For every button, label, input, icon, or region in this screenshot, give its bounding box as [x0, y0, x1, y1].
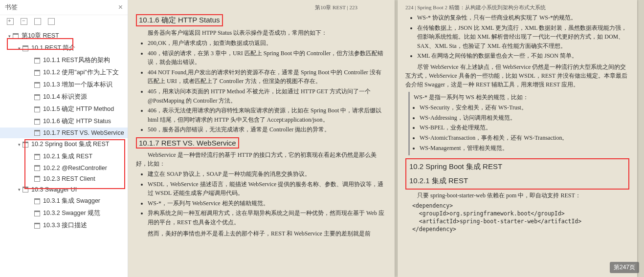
bookmark-item[interactable]: ▾第10章 REST — [0, 30, 128, 42]
expand-icon[interactable]: ▾ — [17, 46, 22, 51]
bookmark-label: 10.1 REST 简介 — [31, 44, 75, 52]
bookmark-item[interactable]: 10.1.1 REST风格的架构 — [0, 54, 128, 66]
bookmark-item[interactable]: 10.3.2 Swagger 规范 — [0, 207, 128, 219]
list-item: 在传输数据上，JSON 比 XML 更为流行，XML 数据封装，虽然数据表现能力… — [417, 23, 629, 51]
list-item: 404 NOT Found,用户发出的请求针对的资源不存在，通常是 Spring… — [148, 68, 387, 86]
list-item: WS-BPEL，业务处理规范。 — [420, 123, 625, 132]
bookmark-icon — [34, 82, 40, 88]
webservice-list: 建立在 SOAP 协议上，SOAP 是一种功能完备的消息交换协议。WSDL，We… — [148, 170, 387, 227]
bookmark-item[interactable]: 10.3.1 集成 Swagger — [0, 195, 128, 207]
note-title: WS-* 是指一系列与 WS 相关的规范，比如： — [414, 93, 625, 102]
bookmark-icon — [34, 107, 40, 112]
bookmark-tool-icon[interactable] — [34, 18, 41, 25]
bookmark-icon — [13, 33, 19, 39]
list-item: WSDL，WebService 描述语言，能描述 WebService 提供的服… — [148, 180, 387, 198]
bookmark-label: 10.3 Swagger UI — [31, 186, 77, 193]
bookmark-icon — [34, 94, 40, 100]
bookmark-icon — [34, 165, 40, 171]
list-item: WS-Security，安全相关，还有 WS-Trust。 — [420, 103, 625, 112]
bookmark-item[interactable]: 10.1.6 确定 HTTP Status — [0, 115, 128, 128]
bookmark-icon — [34, 58, 40, 64]
sidebar-title: 书签 — [5, 3, 18, 12]
bookmark-label: 10.3.1 集成 Swagger — [43, 197, 100, 205]
body-text: 只要 spring-boot-starter-web 依赖在 pom 中，即自动… — [405, 191, 629, 200]
page-header-right: 224 | Spring Boot 2 精髓：从构建小系统到架构分布式大系统 — [405, 4, 629, 11]
bookmark-label: 10.1.3 增加一个版本标识 — [43, 81, 112, 89]
bookmark-item[interactable]: 10.2.3 REST Client — [0, 173, 128, 184]
bookmark-icon — [34, 223, 40, 229]
bookmarks-sidebar: 书签 × ▾第10章 REST▾10.1 REST 简介10.1.1 REST风… — [0, 0, 128, 277]
list-item: 405，用来访问本页面的 HTTP Method 不被允许，比如通过 HTTP … — [148, 87, 387, 105]
bookmark-icon — [34, 70, 40, 76]
bookmark-label: 10.3.3 接口描述 — [43, 221, 87, 230]
bookmark-item[interactable]: 10.1.3 增加一个版本标识 — [0, 79, 128, 91]
list-item: 异构系统之间一种互相调用方式，这在早期异构系统之间是一种优势，然而现在基于 We… — [148, 209, 387, 227]
expand-icon[interactable]: ▾ — [17, 187, 22, 192]
bookmark-item[interactable]: 10.1.2 使用"api"作为上下文 — [0, 66, 128, 79]
bookmark-item[interactable]: 10.3.3 接口描述 — [0, 219, 128, 232]
list-item: WS-AtomicTransaction，事务相关，还有 WS-Transact… — [420, 133, 625, 143]
list-item: 建立在 SOAP 协议上，SOAP 是一种功能完备的消息交换协议。 — [148, 170, 387, 179]
status-list: 200,OK，用户请求成功，如查询数据成功返回。400，错误的请求，在第 3 章… — [148, 39, 387, 134]
body-text: 服务器向客户端返回 HTPP Status 以表示操作是否成功，常用的如下： — [136, 28, 387, 37]
list-item: WS-*，一系列与 WebService 相关的辅助规范。 — [148, 199, 387, 208]
ws-spec-list: WS-Security，安全相关，还有 WS-Trust。WS-Addressi… — [420, 103, 625, 152]
sidebar-toolbar — [0, 15, 128, 28]
annotation-box: 10.2 Spring Boot 集成 REST 10.2.1 集成 REST — [405, 158, 629, 190]
bookmark-label: 10.1.7 REST VS. WebService — [43, 129, 124, 136]
page-badge: 第247页 — [610, 262, 639, 273]
bookmark-item[interactable]: ▾10.2 Spring Boot 集成 REST — [0, 138, 128, 150]
remove-bookmark-icon[interactable] — [21, 18, 27, 25]
bookmark-item[interactable]: 10.1.7 REST VS. WebService — [0, 128, 128, 138]
body-text: 尽管 WebService 有上述缺点，但 WebService 仍然是一种流行… — [405, 63, 629, 89]
bookmark-label: 10.2.3 REST Client — [43, 175, 95, 182]
bookmark-item[interactable]: ▾10.3 Swagger UI — [0, 184, 128, 195]
bookmark-label: 10.2.2 @RestController — [43, 165, 107, 171]
bookmark-label: 10.1.5 确定 HTTP Method — [43, 105, 114, 113]
bookmark-icon — [34, 176, 40, 182]
list-item: 500，服务器内部错误，无法完成请求，通常是 Controller 抛出的异常。 — [148, 125, 387, 134]
bookmark-label: 10.2.1 集成 REST — [43, 152, 92, 161]
expand-icon[interactable]: ▾ — [7, 34, 12, 39]
bookmark-icon — [34, 198, 40, 204]
bookmark-icon — [22, 142, 28, 148]
bookmark-tree: ▾第10章 REST▾10.1 REST 简介10.1.1 REST风格的架构1… — [0, 28, 128, 277]
list-item: WS-* 协议的复杂性，只有一些商业机构实现了 WS-*的规范。 — [417, 13, 629, 22]
page-left: 第10章 REST | 223 10.1.6 确定 HTTP Status 服务… — [128, 0, 395, 277]
section-heading-10-1-6: 10.1.6 确定 HTTP Status — [136, 14, 223, 26]
page-right: 224 | Spring Boot 2 精髓：从构建小系统到架构分布式大系统 W… — [398, 0, 637, 277]
note-block: WS-* 是指一系列与 WS 相关的规范，比如： WS-Security，安全相… — [408, 92, 629, 155]
list-item: XML 在网络之间传输的数据量也会大一些，不如 JSON 简单。 — [417, 51, 629, 61]
bookmark-icon — [22, 45, 28, 51]
list-item: WS-Management，管理相关规范。 — [420, 144, 625, 153]
list-item: 400，错误的请求，在第 3 章中，URI 匹配上 Spring Boot 中的… — [148, 49, 387, 67]
bookmark-icon — [22, 187, 28, 192]
ws-cons-list: WS-* 协议的复杂性，只有一些商业机构实现了 WS-*的规范。在传输数据上，J… — [417, 13, 629, 61]
bookmark-label: 10.3.2 Swagger 规范 — [43, 209, 100, 217]
bookmark-label: 10.2 Spring Boot 集成 REST — [31, 140, 109, 149]
expand-icon[interactable]: ▾ — [17, 142, 22, 147]
bookmark-icon — [34, 211, 40, 216]
bookmark-item[interactable]: 10.2.2 @RestController — [0, 163, 128, 173]
page-header-left: 第10章 REST | 223 — [136, 4, 387, 11]
add-bookmark-icon[interactable] — [7, 18, 14, 25]
reader-pane: 第10章 REST | 223 10.1.6 确定 HTTP Status 服务… — [128, 0, 644, 277]
bookmark-item[interactable]: ▾10.1 REST 简介 — [0, 42, 128, 54]
bookmark-item[interactable]: 10.1.4 标识资源 — [0, 91, 128, 103]
body-text: 然而，美好的事情也并不是看上去的那个样子，REST 和 WebService 主… — [136, 229, 387, 238]
section-heading-10-2: 10.2 Spring Boot 集成 REST — [409, 162, 625, 171]
list-item: 406，表示无法使用请求的内容特性来响应请求的资源，比如在 Spring Boo… — [148, 106, 387, 124]
bookmark-label: 10.1.6 确定 HTTP Status — [43, 117, 111, 126]
code-block: <dependency> <groupId>org.springframewor… — [412, 202, 629, 233]
sidebar-header: 书签 × — [0, 0, 128, 15]
bookmark-item[interactable]: 10.1.5 确定 HTTP Method — [0, 103, 128, 115]
list-item: 200,OK，用户请求成功，如查询数据成功返回。 — [148, 39, 387, 48]
bookmark-label: 10.1.4 标识资源 — [43, 93, 87, 101]
section-heading-10-2-1: 10.2.1 集成 REST — [409, 176, 625, 186]
bookmark-label: 10.1.2 使用"api"作为上下文 — [43, 68, 119, 77]
list-item: WS-Addressing，访问调用相关规范。 — [420, 113, 625, 123]
bookmark-tool2-icon[interactable] — [48, 18, 55, 25]
close-icon[interactable]: × — [118, 3, 123, 12]
bookmark-item[interactable]: 10.2.1 集成 REST — [0, 150, 128, 163]
bookmark-label: 10.1.1 REST风格的架构 — [43, 56, 110, 64]
